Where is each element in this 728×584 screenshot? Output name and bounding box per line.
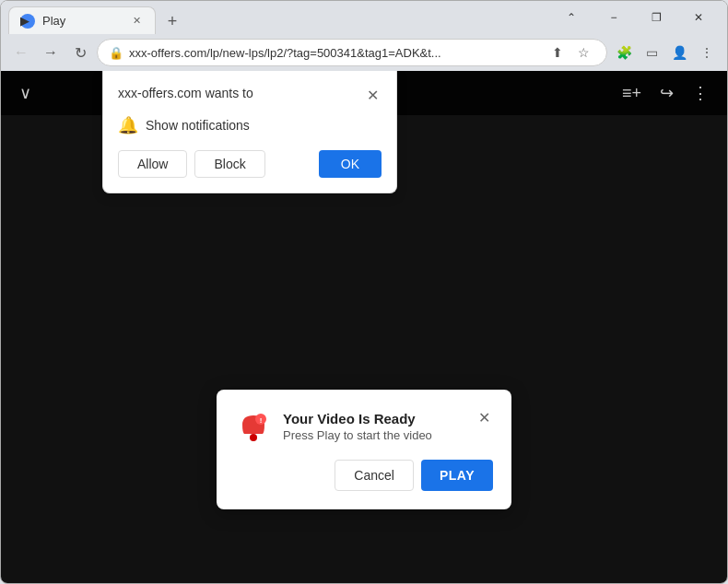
lock-icon: 🔒 [109,46,123,60]
play-button[interactable]: PLAY [421,460,493,491]
forward-button[interactable]: → [38,40,64,65]
tab-label: Play [42,14,122,28]
tab-close-button[interactable]: ✕ [129,14,144,29]
share-icon[interactable]: ↪ [660,83,674,103]
address-actions: ⬆ ☆ [546,41,595,64]
refresh-button[interactable]: ↻ [67,40,93,65]
close-button[interactable]: ✕ [677,3,720,32]
bookmark-button[interactable]: ☆ [571,41,595,64]
tab-favicon: ▶ [20,14,35,29]
new-tab-button[interactable]: + [159,8,185,34]
svg-point-0 [250,434,257,441]
dialog-close-button[interactable]: ✕ [363,86,382,104]
page-content: risk.com Press "Allow" to watch the vide… [1,71,727,583]
popup-notification-icon: ! [235,408,272,445]
notification-bell-svg: ! [235,408,272,445]
popup-icon-text: ! Your Video Is Ready Press Play to star… [235,408,432,445]
popup-title: Your Video Is Ready [283,411,432,426]
profile-button[interactable]: 👤 [666,40,692,65]
back-button[interactable]: ← [8,40,34,65]
allow-button[interactable]: Allow [118,150,187,178]
active-tab[interactable]: ▶ Play ✕ [8,6,156,34]
popup-text-area: Your Video Is Ready Press Play to start … [283,411,432,442]
browser-window: ▶ Play ✕ + ⌃ − ❐ ✕ ← → ↻ 🔒 xxx-offers.co… [0,0,728,584]
ok-button[interactable]: OK [319,150,382,178]
extensions-button[interactable]: 🧩 [611,40,637,65]
popup-close-button[interactable]: ✕ [475,408,493,426]
bell-icon: 🔔 [118,115,138,135]
permission-dialog: xxx-offers.com wants to ✕ 🔔 Show notific… [102,71,397,193]
notification-label: Show notifications [146,118,250,133]
dialog-buttons: Allow Block OK [118,150,382,178]
tabs-area: ▶ Play ✕ + [8,1,550,34]
title-bar: ▶ Play ✕ + ⌃ − ❐ ✕ [1,1,727,34]
notification-row: 🔔 Show notifications [118,115,382,135]
toolbar-right: 🧩 ▭ 👤 ⋮ [611,40,720,65]
more-icon[interactable]: ⋮ [692,83,709,103]
popup-buttons: Cancel PLAY [235,460,493,491]
minimize-button[interactable]: − [593,3,635,32]
chevron-down-icon[interactable]: ∨ [19,83,31,103]
address-input[interactable]: 🔒 xxx-offers.com/lp/new-lps/lp2/?tag=500… [97,39,607,66]
sidebar-button[interactable]: ▭ [639,40,664,65]
playlist-icon[interactable]: ≡+ [622,84,641,103]
url-text: xxx-offers.com/lp/new-lps/lp2/?tag=50034… [129,46,540,60]
menu-button[interactable]: ⋮ [694,40,720,65]
maximize-button[interactable]: ❐ [635,3,677,32]
video-ready-popup: ! Your Video Is Ready Press Play to star… [217,390,511,509]
dialog-title: xxx-offers.com wants to [118,86,253,100]
popup-header: ! Your Video Is Ready Press Play to star… [235,408,493,445]
window-chevron-button[interactable]: ⌃ [550,3,593,32]
svg-text:!: ! [260,416,263,425]
cancel-button[interactable]: Cancel [335,460,414,491]
window-controls: ⌃ − ❐ ✕ [550,3,720,32]
popup-subtitle: Press Play to start the video [283,428,432,442]
share-address-button[interactable]: ⬆ [546,41,569,64]
dialog-header: xxx-offers.com wants to ✕ [118,86,382,104]
address-bar: ← → ↻ 🔒 xxx-offers.com/lp/new-lps/lp2/?t… [1,34,727,71]
block-button[interactable]: Block [194,150,264,178]
